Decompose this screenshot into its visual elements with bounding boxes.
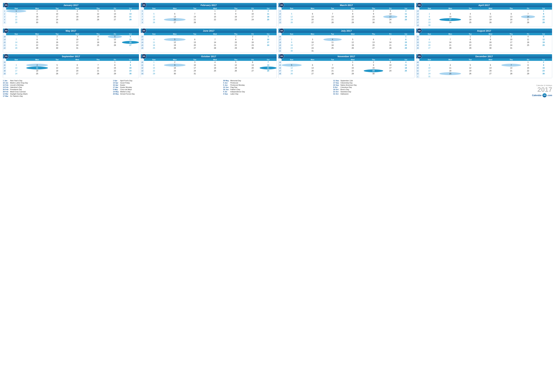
calendar-day[interactable]: 29 xyxy=(342,72,364,75)
calendar-day[interactable]: 4 xyxy=(26,64,48,67)
calendar-day[interactable]: 23 xyxy=(164,69,186,72)
calendar-day[interactable]: 26 xyxy=(88,18,108,21)
calendar-day[interactable]: 20 xyxy=(302,18,323,21)
calendar-day[interactable]: 3 xyxy=(501,35,521,38)
calendar-day[interactable]: 11 xyxy=(439,67,461,69)
calendar-day[interactable]: 24 xyxy=(6,72,26,75)
calendar-day[interactable]: 16 xyxy=(479,41,501,44)
calendar-day[interactable]: 29 xyxy=(535,21,552,24)
calendar-day[interactable]: 7 xyxy=(204,38,226,41)
calendar-day[interactable]: 5 xyxy=(164,38,186,41)
calendar-day[interactable]: 8 xyxy=(26,38,48,41)
calendar-day[interactable]: 22 xyxy=(6,18,26,21)
calendar-day[interactable]: 9 xyxy=(226,13,246,15)
calendar-day[interactable]: 31 xyxy=(186,72,204,75)
calendar-day[interactable]: 12 xyxy=(535,38,552,41)
calendar-day[interactable]: 16 xyxy=(26,15,48,18)
calendar-day[interactable]: 6 xyxy=(302,13,323,15)
calendar-day[interactable]: 9 xyxy=(26,13,48,15)
calendar-day[interactable]: 16 xyxy=(282,44,302,47)
calendar-day[interactable]: 17 xyxy=(48,15,66,18)
calendar-day[interactable]: 6 xyxy=(164,13,186,15)
calendar-day[interactable]: 30 xyxy=(122,72,139,75)
calendar-day[interactable]: 3 xyxy=(48,10,66,13)
calendar-day[interactable]: 8 xyxy=(204,13,226,15)
calendar-day[interactable]: 29 xyxy=(521,72,535,75)
calendar-day[interactable]: 11 xyxy=(88,38,108,41)
calendar-day[interactable]: 2 xyxy=(479,35,501,38)
calendar-day[interactable]: 25 xyxy=(26,72,48,75)
calendar-day[interactable]: 23 xyxy=(246,44,260,47)
calendar-day[interactable]: 16 xyxy=(364,15,383,18)
calendar-day[interactable]: 2 xyxy=(364,61,383,64)
calendar-day[interactable]: 19 xyxy=(479,18,501,21)
calendar-day[interactable]: 22 xyxy=(108,69,122,72)
calendar-day[interactable]: 8 xyxy=(535,13,552,15)
calendar-day[interactable]: 6 xyxy=(246,61,260,64)
calendar-day[interactable]: 31 xyxy=(501,47,521,50)
calendar-day[interactable]: 21 xyxy=(186,18,204,21)
calendar-day[interactable]: 14 xyxy=(323,15,342,18)
calendar-day[interactable]: 30 xyxy=(419,24,439,27)
calendar-day[interactable]: 22 xyxy=(144,69,164,72)
calendar-day[interactable]: 11 xyxy=(144,41,164,44)
calendar-day[interactable]: 20 xyxy=(501,18,521,21)
calendar-day[interactable]: 5 xyxy=(342,38,364,41)
calendar-day[interactable]: 8 xyxy=(461,38,479,41)
calendar-day[interactable]: 22 xyxy=(204,18,226,21)
calendar-day[interactable]: 3 xyxy=(419,64,439,67)
calendar-day[interactable]: 3 xyxy=(66,35,88,38)
calendar-day[interactable]: 21 xyxy=(323,69,342,72)
calendar-day[interactable]: 8 xyxy=(397,38,414,41)
calendar-day[interactable]: 15 xyxy=(521,67,535,69)
calendar-day[interactable]: 4 xyxy=(439,64,461,67)
calendar-day[interactable]: 22 xyxy=(521,69,535,72)
calendar-day[interactable]: 17 xyxy=(66,41,88,44)
calendar-day[interactable]: 28 xyxy=(383,47,397,50)
calendar-day[interactable]: 18 xyxy=(144,44,164,47)
calendar-day[interactable]: 11 xyxy=(204,64,226,67)
calendar-day[interactable]: 11 xyxy=(323,41,342,44)
calendar-day[interactable]: 30 xyxy=(364,21,383,24)
calendar-day[interactable]: 18 xyxy=(397,15,414,18)
calendar-day[interactable]: 7 xyxy=(439,38,461,41)
calendar-day[interactable]: 3 xyxy=(383,61,397,64)
calendar-day[interactable]: 8 xyxy=(108,64,122,67)
calendar-day[interactable]: 29 xyxy=(226,47,246,50)
calendar-day[interactable]: 17 xyxy=(501,41,521,44)
calendar-day[interactable]: 28 xyxy=(204,47,226,50)
calendar-day[interactable]: 13 xyxy=(164,15,186,18)
calendar-day[interactable]: 10 xyxy=(246,13,260,15)
calendar-day[interactable]: 25 xyxy=(397,69,414,72)
calendar-day[interactable]: 19 xyxy=(108,41,122,44)
calendar-day[interactable]: 18 xyxy=(26,69,48,72)
calendar-day[interactable]: 8 xyxy=(6,13,26,15)
calendar-day[interactable]: 24 xyxy=(501,44,521,47)
calendar-day[interactable]: 28 xyxy=(186,21,204,24)
calendar-day[interactable]: 4 xyxy=(461,13,479,15)
calendar-day[interactable]: 11 xyxy=(521,38,535,41)
calendar-day[interactable]: 26 xyxy=(282,72,302,75)
calendar-day[interactable]: 13 xyxy=(302,15,323,18)
calendar-day[interactable]: 5 xyxy=(144,13,164,15)
calendar-day[interactable]: 24 xyxy=(48,18,66,21)
calendar-day[interactable]: 26 xyxy=(48,72,66,75)
calendar-day[interactable]: 15 xyxy=(204,15,226,18)
calendar-day[interactable]: 26 xyxy=(342,47,364,50)
calendar-day[interactable]: 2 xyxy=(364,10,383,13)
calendar-day[interactable]: 31 xyxy=(419,75,439,78)
calendar-day[interactable]: 24 xyxy=(186,69,204,72)
calendar-day[interactable]: 24 xyxy=(302,47,323,50)
calendar-day[interactable]: 21 xyxy=(122,15,139,18)
calendar-day[interactable]: 8 xyxy=(144,64,164,67)
calendar-day[interactable]: 6 xyxy=(479,64,501,67)
calendar-day[interactable]: 27 xyxy=(419,47,439,50)
calendar-day[interactable]: 13 xyxy=(186,41,204,44)
calendar-day[interactable]: 30 xyxy=(26,21,48,24)
calendar-day[interactable]: 12 xyxy=(226,64,246,67)
calendar-day[interactable]: 12 xyxy=(461,67,479,69)
calendar-day[interactable]: 5 xyxy=(88,10,108,13)
calendar-day[interactable]: 31 xyxy=(66,47,88,50)
calendar-day[interactable]: 8 xyxy=(342,64,364,67)
calendar-day[interactable]: 28 xyxy=(88,72,108,75)
